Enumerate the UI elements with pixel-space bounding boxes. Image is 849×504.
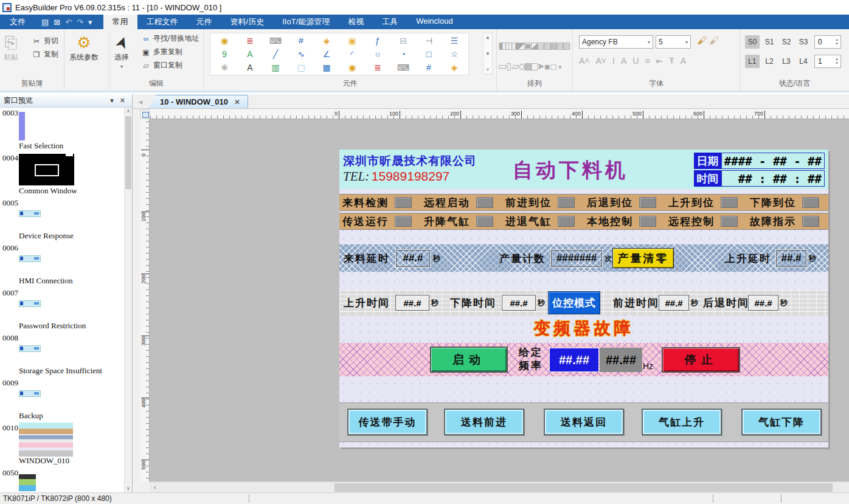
- tab-nav-left-icon[interactable]: ◃: [133, 98, 148, 108]
- freq-set-value[interactable]: ##.##: [549, 348, 599, 372]
- status-cell[interactable]: 前进到位: [505, 195, 587, 210]
- panel-close-icon[interactable]: ✕: [117, 97, 128, 105]
- time-value-field[interactable]: ## : ## : ##: [721, 170, 825, 187]
- date-value-field[interactable]: #### - ## - ##: [721, 153, 825, 169]
- keypad-small-icon[interactable]: ⌨: [390, 61, 416, 74]
- state-s3[interactable]: S3: [796, 35, 811, 49]
- window-preview-item-0050[interactable]: 0050: [0, 468, 124, 492]
- manual-button-1[interactable]: 传送带手动: [347, 409, 428, 435]
- status-cell[interactable]: 后退到位: [587, 195, 668, 210]
- scroll-left-icon[interactable]: ‹: [151, 483, 159, 492]
- status-indicator[interactable]: [395, 216, 412, 227]
- menu-tab-1[interactable]: 常用: [103, 15, 137, 29]
- status-indicator[interactable]: [395, 197, 412, 208]
- menu-file[interactable]: 文件: [0, 15, 35, 29]
- menu-tab-8[interactable]: Weincloud: [407, 15, 462, 29]
- picture-icon[interactable]: ▥: [263, 61, 288, 74]
- status-cell[interactable]: 进退气缸: [505, 213, 587, 229]
- machine-title-text[interactable]: 自动下料机: [497, 157, 643, 184]
- backward-time-value[interactable]: ##.#: [748, 295, 778, 311]
- combo-button-icon[interactable]: ▣: [339, 34, 365, 47]
- freq-setpoint-label[interactable]: 给定 频率: [519, 346, 543, 373]
- status-indicator[interactable]: [721, 216, 738, 227]
- grow-font-icon[interactable]: A˄: [579, 56, 590, 66]
- position-mode-button[interactable]: 位控模式: [548, 291, 600, 314]
- status-cell[interactable]: 下降到位: [750, 195, 831, 210]
- numeric-123-icon[interactable]: #: [288, 34, 314, 47]
- ascii-abc-icon[interactable]: A: [237, 47, 263, 61]
- language-l4[interactable]: L4: [796, 55, 811, 68]
- panel-icon[interactable]: ▢: [288, 61, 314, 74]
- status-indicator[interactable]: [558, 197, 575, 208]
- window-preview-item-0010[interactable]: 0010WINDOW_010: [0, 423, 124, 468]
- window-preview-item-0007[interactable]: 0007Password Restriction: [0, 288, 124, 333]
- scroll-down-icon[interactable]: ∨: [125, 485, 132, 492]
- menu-tab-7[interactable]: 工具: [373, 15, 407, 29]
- state-s2[interactable]: S2: [779, 35, 794, 49]
- clear-count-button[interactable]: 产量清零: [612, 248, 674, 268]
- language-l1[interactable]: L1: [745, 55, 760, 68]
- numeric-999-icon[interactable]: 9: [212, 47, 237, 61]
- window-bar-icon[interactable]: ⊟: [390, 34, 416, 47]
- state-spinner[interactable]: 0 ▲▼: [814, 35, 841, 49]
- component-scroll-down-icon[interactable]: ▼: [485, 51, 490, 57]
- status-indicator[interactable]: [558, 216, 575, 227]
- status-cell[interactable]: 传送运行: [342, 213, 424, 229]
- font-size-select[interactable]: 5▾: [656, 35, 691, 49]
- circle-icon[interactable]: ○: [365, 47, 390, 61]
- status-cell[interactable]: 故障指示: [750, 213, 831, 229]
- forward-time-value[interactable]: ##.#: [659, 295, 689, 311]
- state-spinner-arrows[interactable]: ▲▼: [833, 38, 840, 46]
- window-preview-item-0009[interactable]: 0009Backup: [0, 378, 124, 423]
- status-cell[interactable]: 远程启动: [424, 195, 505, 210]
- lamp-small-icon[interactable]: ◉: [339, 61, 365, 74]
- font-family-select[interactable]: Agency FB▾: [579, 35, 653, 49]
- format-painter-icon[interactable]: 🖌: [693, 35, 707, 49]
- pin-icon[interactable]: ➤: [538, 56, 544, 77]
- word-lamp-icon[interactable]: ≣: [237, 34, 263, 47]
- multistate-small-icon[interactable]: ≣: [365, 61, 390, 74]
- line-icon[interactable]: ╱: [263, 47, 288, 61]
- same-size-icon[interactable]: ▱: [512, 56, 519, 77]
- backward-time-label[interactable]: 后退时间: [703, 296, 749, 310]
- save-icon[interactable]: ▤: [41, 18, 49, 27]
- scrollbar-thumb[interactable]: [125, 116, 131, 189]
- count-value[interactable]: #######: [550, 249, 603, 268]
- start-button[interactable]: 启动: [430, 347, 508, 373]
- menu-tab-6[interactable]: 检视: [339, 15, 373, 29]
- stop-button[interactable]: 停止: [662, 347, 740, 373]
- redo-icon[interactable]: ↷: [77, 18, 83, 27]
- window-thumbnail[interactable]: [19, 112, 25, 140]
- compile-icon[interactable]: ⊠: [54, 18, 60, 27]
- status-indicator[interactable]: [802, 197, 819, 208]
- tag-small-icon[interactable]: ◈: [442, 61, 467, 74]
- incoming-delay-value[interactable]: ##.#: [395, 249, 431, 268]
- text-icon[interactable]: A: [237, 61, 263, 74]
- company-name-text[interactable]: 深圳市昕晟技术有限公司: [343, 153, 477, 169]
- window-preview-item-0003[interactable]: 0003Fast Selection: [0, 108, 124, 153]
- status-cell[interactable]: 升降气缸: [424, 213, 505, 229]
- shrink-font-icon[interactable]: A˅: [596, 56, 607, 66]
- language-spinner[interactable]: 1 ▲▼: [814, 55, 841, 68]
- status-indicator[interactable]: [639, 216, 656, 227]
- window-thumbnail[interactable]: [19, 255, 41, 262]
- font-color-icon[interactable]: A: [621, 56, 626, 66]
- sidebar-scrollbar[interactable]: ∧ ∨: [124, 108, 132, 492]
- date-label[interactable]: 日期: [694, 153, 721, 169]
- status-indicator[interactable]: [721, 197, 738, 208]
- component-more-icon[interactable]: ≡: [487, 67, 490, 72]
- manual-button-3[interactable]: 送料返回: [544, 409, 624, 435]
- arc-icon[interactable]: ◜: [339, 47, 365, 61]
- function-key-icon[interactable]: ƒ: [365, 34, 390, 47]
- component-scroll-up-icon[interactable]: ▲: [485, 35, 490, 40]
- window-thumbnail[interactable]: [19, 423, 73, 457]
- hmi-design-window[interactable]: 深圳市昕晟技术有限公司 TEL: 15989198297 自动下料机 日期 ##…: [339, 150, 828, 447]
- rise-delay-label[interactable]: 上升延时: [725, 251, 771, 265]
- select-tool-button[interactable]: ➤ 选择 ▾: [114, 29, 129, 69]
- polyline-icon[interactable]: ∠: [314, 47, 339, 61]
- status-indicator[interactable]: [476, 197, 493, 208]
- rise-time-value[interactable]: ##.#: [395, 295, 429, 311]
- tab-close-icon[interactable]: ✕: [234, 98, 240, 106]
- font-style-icon[interactable]: A: [681, 56, 686, 66]
- xy-position-icon[interactable]: ▨: [563, 35, 570, 56]
